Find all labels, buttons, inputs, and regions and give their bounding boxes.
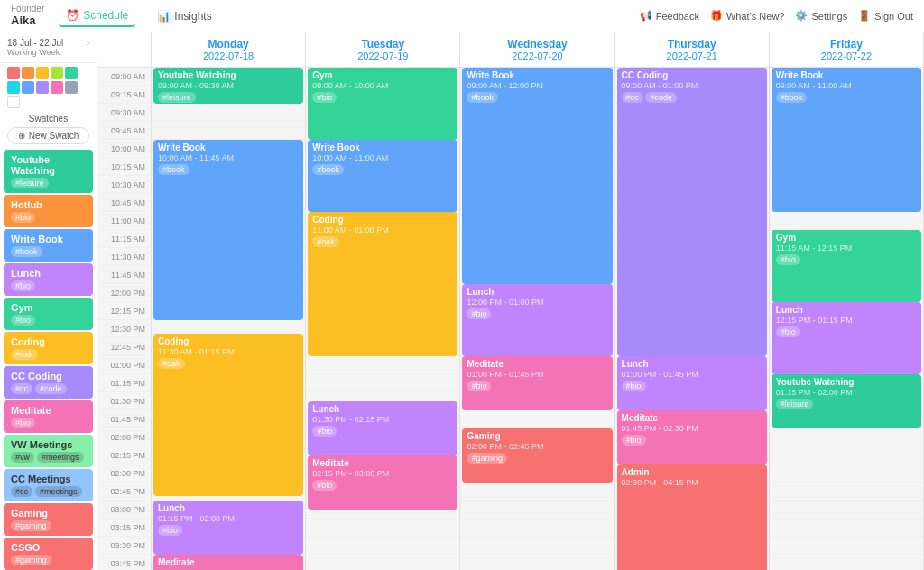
nav-tab-schedule[interactable]: ⏰ Schedule <box>59 5 135 27</box>
time-slot: 03:45 PM <box>97 555 151 570</box>
day-slot <box>152 104 305 122</box>
sidebar-item-gaming[interactable]: Gaming #gaming <box>4 503 93 536</box>
event-youtube-fri[interactable]: Youtube Watching 01:15 PM - 02:00 PM #le… <box>772 374 921 428</box>
day-col-monday: Youtube Watching 09:00 AM - 09:30 AM #le… <box>152 68 306 570</box>
day-slot <box>770 537 923 555</box>
swatch-red[interactable] <box>7 67 20 79</box>
event-admin-thu[interactable]: Admin 02:30 PM - 04:15 PM <box>617 464 767 570</box>
event-writebook-tue[interactable]: Write Book 10:00 AM - 11:00 AM #book <box>308 140 457 212</box>
settings-icon: ⚙️ <box>795 10 808 22</box>
swatch-yellow[interactable] <box>36 67 49 79</box>
time-slot: 02:00 PM <box>97 428 151 446</box>
time-slot: 09:30 AM <box>97 104 151 122</box>
day-slot <box>770 483 923 501</box>
nav-forward-icon[interactable]: › <box>87 38 89 48</box>
signout-icon: 🚪 <box>858 10 871 22</box>
time-slot: 02:45 PM <box>97 483 151 501</box>
swatch-orange[interactable] <box>22 67 34 79</box>
day-slot <box>770 428 923 446</box>
event-coding-tue[interactable]: Coding 11:00 AM - 01:00 PM #oak <box>308 212 457 356</box>
day-slot <box>460 501 614 519</box>
event-youtube-mon[interactable]: Youtube Watching 09:00 AM - 09:30 AM #le… <box>153 68 303 104</box>
time-slot: 03:15 PM <box>97 519 151 537</box>
event-gym-fri[interactable]: Gym 11:15 AM - 12:15 PM #bio <box>772 230 921 302</box>
day-header-monday: Monday 2022-07-18 <box>152 32 306 67</box>
day-col-friday: Write Book 09:00 AM - 11:00 AM #book Gym… <box>770 68 924 570</box>
event-meditate-wed[interactable]: Meditate 01:00 PM - 01:45 PM #bio <box>462 356 612 410</box>
time-slot: 10:30 AM <box>97 176 151 194</box>
main-content: 18 Jul - 22 Jul › Working Week Swatches … <box>0 32 924 570</box>
event-lunch-fri[interactable]: Lunch 12:15 PM - 01:15 PM #bio <box>772 302 921 374</box>
event-cccoding-thu[interactable]: CC Coding 09:00 AM - 01:00 PM #cc #code <box>617 68 767 356</box>
event-meditate-thu[interactable]: Meditate 01:45 PM - 02:30 PM #bio <box>617 410 767 464</box>
event-meditate-mon[interactable]: Meditate 02:00 PM - 02:45 PM #bio <box>153 555 303 570</box>
day-slot <box>152 122 305 140</box>
week-label: Working Week <box>7 48 89 57</box>
insights-icon: 📊 <box>157 10 171 23</box>
day-col-tuesday: Gym 09:00 AM - 10:00 AM #bio Write Book … <box>306 68 460 570</box>
event-gaming-wed[interactable]: Gaming 02:00 PM - 02:45 PM #gaming <box>462 428 612 483</box>
time-slot: 12:15 PM <box>97 302 151 320</box>
event-writebook-fri[interactable]: Write Book 09:00 AM - 11:00 AM #book <box>772 68 921 212</box>
signout-btn[interactable]: 🚪 Sign Out <box>858 10 913 22</box>
time-slot: 12:30 PM <box>97 320 151 338</box>
settings-btn[interactable]: ⚙️ Settings <box>795 10 847 22</box>
new-swatch-button[interactable]: ⊕ New Swatch <box>7 127 89 144</box>
event-lunch-tue[interactable]: Lunch 01:30 PM - 02:15 PM #bio <box>308 401 457 455</box>
day-header-friday: Friday 2022-07-22 <box>770 32 924 67</box>
swatch-lime[interactable] <box>51 67 63 79</box>
event-meditate-tue[interactable]: Meditate 02:15 PM - 03:00 PM #bio <box>308 455 457 510</box>
swatch-blue[interactable] <box>22 81 34 94</box>
insights-label: Insights <box>174 10 211 23</box>
event-lunch-thu[interactable]: Lunch 01:00 PM - 01:45 PM #bio <box>617 356 767 410</box>
time-slot: 01:15 PM <box>97 374 151 392</box>
event-writebook-wed[interactable]: Write Book 09:00 AM - 12:00 PM #book <box>462 68 612 284</box>
nav-tab-insights[interactable]: 📊 Insights <box>150 6 218 26</box>
time-slot: 11:30 AM <box>97 248 151 266</box>
sidebar-item-vwmeetings[interactable]: VW Meetings #vw #meetings <box>4 435 93 467</box>
swatches-label: Swatches <box>0 112 97 127</box>
nav-left: Founder Aika ⏰ Schedule 📊 Insights <box>11 5 219 27</box>
event-coding-mon[interactable]: Coding 11:30 AM - 01:15 PM #oak <box>153 334 303 496</box>
sidebar-item-gym[interactable]: Gym #bio <box>4 298 93 330</box>
event-gym-tue[interactable]: Gym 09:00 AM - 10:00 AM #bio <box>308 68 457 140</box>
swatch-pink[interactable] <box>51 81 63 94</box>
sidebar-item-writebook[interactable]: Write Book #book <box>4 229 93 262</box>
event-lunch-wed[interactable]: Lunch 12:00 PM - 01:00 PM #bio <box>462 284 612 356</box>
calendar-body: 09:00 AM09:15 AM09:30 AM09:45 AM10:00 AM… <box>97 68 924 570</box>
sidebar-item-coding[interactable]: Coding #oak <box>4 332 93 364</box>
sidebar-item-cccoding[interactable]: CC Coding #cc #code <box>4 366 93 399</box>
sidebar-item-hotlub[interactable]: Hotlub #bio <box>4 195 93 227</box>
schedule-label: Schedule <box>83 9 128 22</box>
sidebar-item-ccmeetings[interactable]: CC Meetings #cc #meetings <box>4 469 93 501</box>
whats-new-btn[interactable]: 🎁 What's New? <box>710 10 784 22</box>
day-slot <box>460 519 614 537</box>
sidebar-item-meditate[interactable]: Meditate #bio <box>4 400 93 433</box>
day-slot <box>460 483 614 501</box>
event-writebook-mon[interactable]: Write Book 10:00 AM - 11:45 AM #book <box>153 140 303 320</box>
time-slot: 01:30 PM <box>97 392 151 410</box>
logo-sub: Founder <box>11 5 44 14</box>
day-slot <box>306 374 459 392</box>
day-col-thursday: CC Coding 09:00 AM - 01:00 PM #cc #code … <box>615 68 770 570</box>
event-lunch-mon[interactable]: Lunch 01:15 PM - 02:00 PM #bio <box>153 501 303 555</box>
whats-new-icon: 🎁 <box>710 10 723 22</box>
swatch-violet[interactable] <box>36 81 49 94</box>
day-header-wednesday: Wednesday 2022-07-20 <box>460 32 614 67</box>
swatch-emerald[interactable] <box>65 67 78 79</box>
feedback-btn[interactable]: 📢 Feedback <box>640 10 699 22</box>
time-slot: 11:00 AM <box>97 212 151 230</box>
day-slot <box>460 410 614 428</box>
swatch-cyan[interactable] <box>7 81 20 94</box>
sidebar-item-csgo[interactable]: CSGO #gaming <box>4 538 93 570</box>
day-slot <box>460 555 614 570</box>
time-slot: 02:30 PM <box>97 464 151 483</box>
swatch-white[interactable] <box>7 96 20 108</box>
calendar-header: Monday 2022-07-18 Tuesday 2022-07-19 Wed… <box>97 32 924 68</box>
day-slot <box>306 555 459 570</box>
swatch-slate[interactable] <box>65 81 78 94</box>
sidebar-item-lunch[interactable]: Lunch #bio <box>4 263 93 296</box>
sidebar-item-youtube[interactable]: Youtube Watching #leisure <box>4 150 93 193</box>
day-slot <box>306 537 459 555</box>
day-slot <box>306 519 459 537</box>
